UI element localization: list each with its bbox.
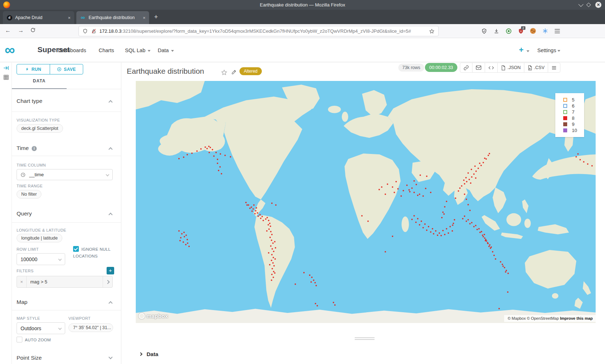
chevron-up-icon[interactable]: [108, 100, 112, 104]
deckgl-scatter-map[interactable]: 5678910 mapbox © Mapbox © OpenStreetMap …: [136, 81, 596, 323]
nav-item-charts[interactable]: Charts: [99, 47, 114, 53]
extension-green-icon[interactable]: [505, 27, 512, 35]
settings-menu[interactable]: Settings: [537, 47, 560, 53]
url-text: 172.18.0.3:32108/superset/explore/?form_…: [99, 28, 429, 34]
earthquake-point: [205, 146, 206, 148]
earthquake-point: [271, 203, 273, 204]
mapbox-logo[interactable]: mapbox: [139, 313, 168, 319]
forward-icon[interactable]: →: [18, 27, 24, 34]
earthquake-point: [268, 228, 270, 230]
legend-item[interactable]: 9: [563, 121, 584, 127]
reload-icon[interactable]: [30, 27, 36, 33]
new-tab-button[interactable]: +: [154, 13, 158, 21]
legend-item[interactable]: 6: [563, 103, 584, 109]
map-style-select[interactable]: Outdoors: [17, 322, 65, 334]
window-minimize-icon[interactable]: [578, 1, 583, 6]
tab-data[interactable]: DATA: [12, 78, 67, 83]
earthquake-point: [471, 176, 472, 178]
run-button[interactable]: RUN: [17, 64, 50, 74]
superset-logo[interactable]: ∞: [5, 42, 15, 58]
auto-zoom-checkbox[interactable]: AUTO ZOOM: [17, 337, 51, 342]
legend-item[interactable]: 5: [563, 97, 584, 103]
row-limit-select[interactable]: 100000: [17, 253, 65, 265]
nav-item-dashboards[interactable]: Dashboards: [58, 47, 86, 53]
earthquake-point: [218, 170, 219, 171]
earthquake-point: [269, 223, 270, 224]
earthquake-point: [437, 235, 438, 236]
back-icon[interactable]: ←: [5, 27, 11, 34]
chevron-up-icon[interactable]: [108, 213, 112, 217]
section-map[interactable]: Map: [17, 299, 27, 305]
nav-item-data[interactable]: Data: [158, 47, 174, 53]
map-attribution: © Mapbox © OpenStreetMap Improve this ma…: [504, 315, 596, 322]
chevron-up-icon[interactable]: [108, 147, 112, 151]
favorite-star-icon[interactable]: [221, 69, 228, 76]
permissions-shield-icon[interactable]: [82, 28, 88, 34]
edit-title-icon[interactable]: [231, 69, 237, 75]
data-panel-toggle[interactable]: Data: [139, 351, 158, 357]
dataset-grid-icon[interactable]: [3, 74, 9, 80]
earthquake-point: [449, 226, 451, 227]
chevron-down-icon[interactable]: [108, 355, 112, 359]
window-close-icon[interactable]: ✕: [595, 2, 601, 8]
menu-icon: [551, 65, 557, 70]
chart-title: Earthquake distribution: [127, 67, 204, 76]
window-maximize-icon[interactable]: [586, 3, 591, 7]
altered-badge[interactable]: Altered: [239, 67, 262, 75]
time-column-select[interactable]: __time: [17, 169, 113, 180]
earthquake-point: [266, 230, 268, 232]
download-icon[interactable]: [493, 27, 500, 35]
earthquake-point: [469, 223, 471, 224]
earthquake-point: [416, 184, 417, 185]
earthquake-point: [295, 283, 296, 285]
legend-item[interactable]: 8: [563, 115, 584, 121]
save-button[interactable]: SAVE: [50, 64, 83, 74]
nav-item-sql-lab[interactable]: SQL Lab: [125, 47, 151, 53]
tab-close-icon[interactable]: ×: [138, 15, 145, 21]
resize-handle[interactable]: [355, 337, 375, 341]
checkbox-checked-icon[interactable]: [73, 246, 79, 252]
section-chart-type[interactable]: Chart type: [17, 98, 42, 104]
filter-chip[interactable]: × mag > 5: [17, 276, 113, 288]
earthquake-point: [428, 226, 429, 227]
new-chart-button[interactable]: +: [519, 45, 524, 55]
time-range-value[interactable]: No filter: [17, 190, 41, 199]
legend-item[interactable]: 10: [563, 127, 584, 133]
pocket-shield-icon[interactable]: [480, 27, 488, 35]
ignore-null-checkbox[interactable]: IGNORE NULL LOCATIONS: [73, 246, 121, 260]
section-time[interactable]: Timei: [17, 145, 37, 151]
ublock-shield-icon[interactable]: u 2: [517, 27, 524, 35]
earthquake-point: [187, 154, 188, 155]
email-button[interactable]: [472, 63, 485, 72]
section-point-size[interactable]: Point Size: [17, 355, 42, 361]
improve-map-link[interactable]: Improve this map: [560, 316, 593, 320]
browser-tab-apache-druid[interactable]: d Apache Druid ×: [3, 11, 74, 24]
cookie-icon[interactable]: [529, 27, 537, 35]
collapse-panel-icon[interactable]: [3, 65, 9, 70]
browser-tab-earthquake-distribution[interactable]: ∞ Earthquake distribution ×: [76, 11, 149, 24]
checkbox-unchecked-icon[interactable]: [17, 337, 22, 342]
remove-filter-icon[interactable]: ×: [17, 276, 27, 287]
earthquake-point: [269, 264, 270, 265]
tab-close-icon[interactable]: ×: [63, 15, 71, 21]
export-csv-button[interactable]: .CSV: [524, 63, 548, 72]
earthquake-point: [315, 303, 316, 304]
url-input[interactable]: 172.18.0.3:32108/superset/explore/?form_…: [79, 26, 439, 36]
add-filter-button[interactable]: +: [107, 267, 114, 274]
bookmark-star-icon[interactable]: [429, 28, 435, 34]
legend-item[interactable]: 7: [563, 109, 584, 115]
snowflake-addon-icon[interactable]: [542, 27, 549, 35]
viewport-value[interactable]: 7° 35' 54.02" | 31...: [68, 323, 113, 332]
copy-link-button[interactable]: [460, 63, 472, 72]
earthquake-point: [448, 232, 449, 234]
more-options-button[interactable]: [548, 63, 560, 72]
hamburger-menu-icon[interactable]: [554, 27, 561, 35]
embed-code-button[interactable]: [485, 63, 497, 72]
export-json-button[interactable]: .JSON: [497, 63, 524, 72]
section-query[interactable]: Query: [17, 210, 32, 217]
chevron-up-icon[interactable]: [108, 301, 112, 305]
lonlat-value[interactable]: longitude | latitude: [17, 234, 62, 242]
insecure-lock-icon[interactable]: [91, 28, 97, 34]
earthquake-point: [577, 153, 579, 155]
viz-type-value[interactable]: deck.gl Scatterplot: [17, 124, 63, 133]
